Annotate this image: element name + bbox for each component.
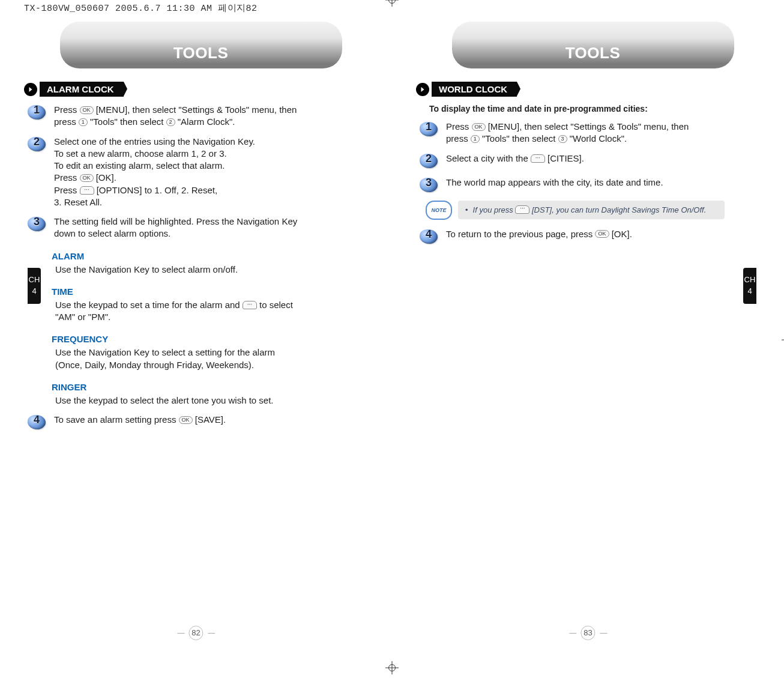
numkey-1-icon: 1 [79,118,88,126]
registration-mark-right [782,333,784,347]
numkey-3-icon: 3 [558,135,567,143]
step-1: 1Press OK [MENU], then select "Settings … [28,104,368,129]
page-title-right: TOOLS [452,22,734,68]
chapter-tab-right: CH 4 [743,268,756,304]
note-body: If you press [DST], you can turn Dayligh… [458,201,725,220]
step-3: 3The world map appears with the city, it… [420,177,760,193]
page-spread: CH 4 TOOLS ALARM CLOCK 1Press OK [MENU],… [0,22,784,658]
step-number-badge: 4 [28,414,48,431]
chapter-tab-number: 4 [747,286,752,295]
subsection-body: Use the keypad to select the alert tone … [55,395,295,407]
chapter-tab-letters: CH [744,276,756,283]
numkey-2-icon: 2 [166,118,175,126]
ok-key-icon: OK [595,230,609,238]
ok-key-icon: OK [472,123,486,131]
subsection-body: Use the Navigation Key to select a setti… [55,347,295,371]
note-badge-icon: NOTE [426,201,452,220]
step-number-badge: 3 [420,177,440,193]
softkey-icon [515,205,529,214]
section-head-world-clock: WORLD CLOCK [416,82,760,97]
ok-key-icon: OK [80,106,94,114]
subsection-body: Use the Navigation Key to select alarm o… [55,264,295,276]
registration-mark-bottom [385,661,399,674]
step-text: To save an alarm setting press OK [SAVE]… [54,414,226,426]
subsection-body: Use the keypad to set a time for the ala… [55,299,295,324]
step-text: Press OK [MENU], then select "Settings &… [54,104,306,129]
step-4: 4To save an alarm setting press OK [SAVE… [28,414,368,431]
play-bullet-icon [416,83,429,96]
section-title-alarm-clock: ALARM CLOCK [40,82,124,97]
chapter-tab-left: CH 4 [28,268,41,304]
step-1: 1Press OK [MENU], then select "Settings … [420,121,760,145]
page-title-left: TOOLS [60,22,342,68]
numkey-1-icon: 1 [471,135,480,143]
step-2: 2Select a city with the [CITIES]. [420,153,760,169]
step-number-badge: 1 [28,104,48,121]
step-number-badge: 4 [420,228,440,245]
softkey-icon [243,301,257,309]
page-number-left: 82 [175,626,217,640]
step-text: Press OK [MENU], then select "Settings &… [446,121,698,145]
softkey-icon [531,154,545,163]
print-job-header: TX-180VW_050607 2005.6.7 11:30 AM 페이지82 [24,2,258,14]
softkey-icon [80,186,94,195]
section-head-alarm-clock: ALARM CLOCK [24,82,368,97]
chapter-tab-letters: CH [29,276,40,283]
step-4: 4To return to the previous page, press O… [420,228,760,245]
step-number-badge: 3 [28,216,48,232]
step-text: Select one of the entries using the Navi… [54,136,255,209]
subsection-title: ALARM [52,251,368,261]
step-number-badge: 1 [420,121,440,138]
section-title-world-clock: WORLD CLOCK [432,82,517,97]
note: NOTEIf you press [DST], you can turn Day… [426,201,760,220]
subsection-title: TIME [52,286,368,297]
chapter-tab-number: 4 [32,286,36,295]
page-number-right: 83 [567,626,609,640]
subsection-title: RINGER [52,382,368,392]
play-bullet-icon [24,83,37,96]
step-text: The world map appears with the city, its… [446,177,663,189]
page-right: CH 4 TOOLS WORLD CLOCK To display the ti… [392,22,784,658]
ok-key-icon: OK [179,416,193,424]
step-text: The setting field will be highlighted. P… [54,216,306,240]
step-number-badge: 2 [28,136,48,153]
intro-line: To display the time and date in pre-prog… [429,104,760,114]
step-number-badge: 2 [420,153,440,169]
step-text: Select a city with the [CITIES]. [446,153,584,165]
step-text: To return to the previous page, press OK… [446,228,632,240]
ok-key-icon: OK [80,174,94,182]
registration-mark-top [385,0,399,7]
page-left: CH 4 TOOLS ALARM CLOCK 1Press OK [MENU],… [0,22,392,658]
step-2: 2Select one of the entries using the Nav… [28,136,368,209]
step-3: 3The setting field will be highlighted. … [28,216,368,240]
subsection-title: FREQUENCY [52,334,368,344]
